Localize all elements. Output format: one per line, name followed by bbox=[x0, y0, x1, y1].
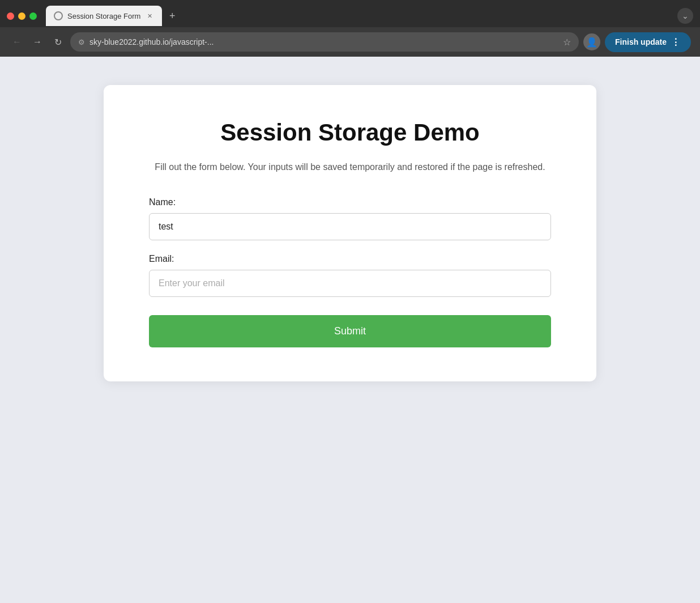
page-subtitle: Fill out the form below. Your inputs wil… bbox=[149, 160, 551, 175]
minimize-window-button[interactable] bbox=[18, 12, 25, 20]
star-icon: ☆ bbox=[563, 37, 571, 47]
back-button[interactable]: ← bbox=[9, 34, 25, 50]
bookmark-star-button[interactable]: ☆ bbox=[563, 37, 571, 48]
browser-chrome: Session Storage Form ✕ + ⌄ ← → ↻ ⚙ sky-b… bbox=[0, 0, 700, 57]
email-label: Email: bbox=[149, 254, 551, 264]
tab-bar: Session Storage Form ✕ + ⌄ bbox=[0, 0, 700, 27]
reload-button[interactable]: ↻ bbox=[50, 34, 66, 50]
tab-globe-icon bbox=[54, 11, 63, 20]
name-field-group: Name: bbox=[149, 197, 551, 240]
maximize-window-button[interactable] bbox=[29, 12, 37, 20]
tab-close-button[interactable]: ✕ bbox=[145, 11, 154, 20]
close-window-button[interactable] bbox=[7, 12, 14, 20]
window-controls bbox=[7, 12, 37, 20]
tab-list-chevron-icon[interactable]: ⌄ bbox=[677, 8, 693, 24]
back-icon: ← bbox=[12, 37, 22, 47]
forward-button[interactable]: → bbox=[29, 34, 45, 50]
finish-update-label: Finish update bbox=[615, 37, 667, 46]
address-settings-icon: ⚙ bbox=[78, 38, 85, 46]
reload-icon: ↻ bbox=[54, 37, 62, 48]
active-tab[interactable]: Session Storage Form ✕ bbox=[46, 6, 162, 26]
form-card: Session Storage Demo Fill out the form b… bbox=[104, 85, 596, 381]
name-label: Name: bbox=[149, 197, 551, 207]
profile-icon: 👤 bbox=[586, 37, 597, 48]
profile-button[interactable]: 👤 bbox=[583, 33, 600, 50]
address-input-wrapper[interactable]: ⚙ sky-blue2022.github.io/javascript-... … bbox=[70, 32, 579, 52]
submit-button[interactable]: Submit bbox=[149, 315, 551, 347]
email-field-group: Email: bbox=[149, 254, 551, 297]
name-input[interactable] bbox=[149, 213, 551, 240]
page-title: Session Storage Demo bbox=[149, 119, 551, 146]
address-bar: ← → ↻ ⚙ sky-blue2022.github.io/javascrip… bbox=[0, 27, 700, 57]
new-tab-button[interactable]: + bbox=[164, 8, 180, 24]
address-url: sky-blue2022.github.io/javascript-... bbox=[89, 37, 558, 46]
forward-icon: → bbox=[33, 37, 42, 47]
finish-update-menu-icon: ⋮ bbox=[671, 37, 681, 48]
finish-update-button[interactable]: Finish update ⋮ bbox=[605, 32, 691, 52]
page-content: Session Storage Demo Fill out the form b… bbox=[0, 57, 700, 603]
tab-title: Session Storage Form bbox=[67, 12, 140, 20]
email-input[interactable] bbox=[149, 270, 551, 297]
